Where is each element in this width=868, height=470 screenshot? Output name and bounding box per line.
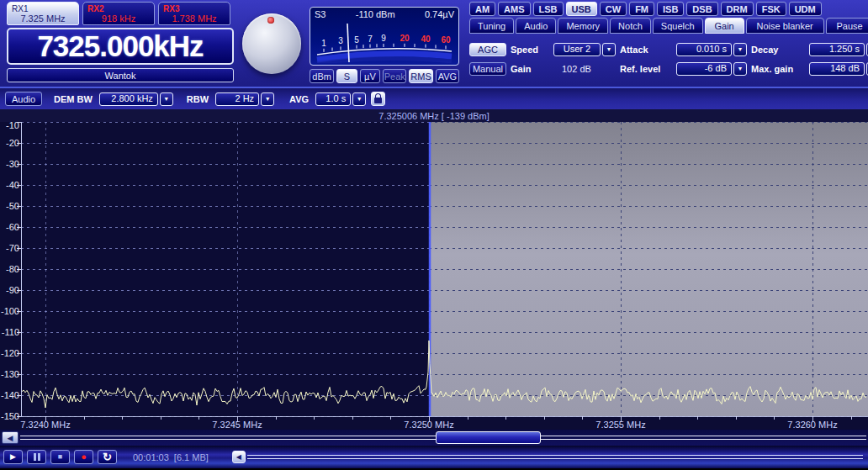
svg-text:9: 9	[381, 34, 386, 43]
rx1-label: RX1	[12, 4, 74, 13]
meter-button-rms[interactable]: RMS	[409, 69, 432, 83]
spectrum-scrollbar-thumb[interactable]	[436, 431, 541, 444]
ref-level-select[interactable]: -6 dB ▼	[676, 62, 747, 76]
rx2-tab[interactable]: RX2 918 kHz	[82, 2, 155, 25]
rbw-label: RBW	[187, 94, 209, 104]
mode-button-usb[interactable]: USB	[566, 2, 597, 16]
tab-memory[interactable]: Memory	[558, 18, 608, 34]
sdr-application-window: RX1 7.325 MHz RX2 918 kHz RX3 1.738 MHz …	[0, 0, 868, 470]
dembw-value[interactable]: 2.800 kHz	[99, 92, 158, 106]
stop-icon: ■	[58, 453, 62, 461]
smeter-s-value: S3	[315, 9, 326, 19]
volume-icon: ◀	[236, 453, 241, 461]
smeter-uv-value: 0.74µV	[425, 9, 454, 19]
tab-audio[interactable]: Audio	[516, 18, 556, 34]
svg-text:20: 20	[400, 34, 410, 43]
mode-button-drm[interactable]: DRM	[721, 2, 754, 16]
spectrum-plot[interactable]: -10-20-30-40-50-60-70-80-90-100-110-120-…	[0, 122, 868, 430]
max-gain-value[interactable]: 148 dB	[809, 62, 865, 76]
mode-button-udm[interactable]: UDM	[789, 2, 822, 16]
record-button[interactable]: ●	[74, 450, 93, 464]
tab-tuning[interactable]: Tuning	[469, 18, 514, 34]
meter-button-peak[interactable]: Peak	[383, 69, 406, 83]
avg-lock-button[interactable]	[371, 92, 385, 106]
tab-squelch[interactable]: Squelch	[653, 18, 703, 34]
speed-label: Speed	[511, 45, 549, 55]
main-frequency-display[interactable]: 7325.000kHz	[7, 28, 234, 65]
max-gain-select[interactable]: 148 dB ▼	[809, 62, 868, 76]
tab-gain[interactable]: Gain	[705, 18, 744, 34]
attack-value[interactable]: 0.010 s	[676, 43, 732, 56]
mode-button-lsb[interactable]: LSB	[533, 2, 564, 16]
y-axis-label: -140	[1, 390, 19, 400]
avg-select[interactable]: 1.0 s ▼	[315, 92, 366, 106]
dembw-select[interactable]: 2.800 kHz ▼	[99, 92, 173, 106]
ref-level-dropdown-arrow-icon[interactable]: ▼	[733, 62, 747, 76]
speed-value[interactable]: User 2	[553, 43, 601, 56]
spectrum-scrollbar[interactable]: ◀	[0, 430, 868, 446]
avg-label: AVG	[289, 94, 309, 104]
loop-icon: ↻	[103, 452, 112, 462]
tab-pause[interactable]: Pause	[826, 18, 868, 34]
mode-button-fm[interactable]: FM	[629, 2, 654, 16]
smeter-scale: 13579204060	[312, 19, 457, 63]
meter-button-s[interactable]: S	[336, 69, 357, 83]
stop-button[interactable]: ■	[50, 450, 70, 464]
attack-label: Attack	[620, 45, 672, 55]
mode-button-isb[interactable]: ISB	[657, 2, 684, 16]
max-gain-label: Max. gain	[751, 64, 805, 74]
lock-icon	[374, 98, 382, 103]
x-axis-label: 7.3245 MHz	[212, 420, 262, 430]
tab-notch[interactable]: Notch	[610, 18, 651, 34]
record-icon: ●	[81, 452, 87, 462]
dsp-toolbar: Audio DEM BW 2.800 kHz ▼ RBW 2 Hz ▼ AVG …	[0, 88, 868, 109]
manual-button[interactable]: Manual	[469, 62, 506, 76]
ref-level-value[interactable]: -6 dB	[676, 62, 732, 76]
meter-button-avg[interactable]: AVG	[436, 69, 459, 83]
mode-button-dsb[interactable]: DSB	[686, 2, 717, 16]
attack-select[interactable]: 0.010 s ▼	[676, 43, 747, 56]
rx1-tab[interactable]: RX1 7.325 MHz	[7, 2, 79, 25]
meter-button-dbm[interactable]: dBm	[310, 69, 334, 83]
volume-slider-thumb[interactable]: ◀	[232, 451, 246, 463]
svg-text:7: 7	[368, 34, 373, 44]
play-button[interactable]: ▶	[3, 450, 23, 464]
volume-slider-track[interactable]	[247, 455, 863, 459]
tuning-knob[interactable]	[242, 13, 301, 74]
scrollbar-left-arrow-icon[interactable]: ◀	[2, 431, 19, 444]
agc-button[interactable]: AGC	[469, 43, 506, 56]
speed-dropdown-arrow-icon[interactable]: ▼	[602, 43, 616, 56]
rx3-tab[interactable]: RX3 1.738 MHz	[158, 2, 230, 25]
mode-button-am[interactable]: AM	[469, 2, 495, 16]
y-axis-label: -90	[6, 285, 19, 295]
audio-button[interactable]: Audio	[5, 92, 42, 106]
rbw-select[interactable]: 2 Hz ▼	[215, 92, 274, 106]
y-axis-label: -10	[6, 122, 19, 130]
mode-button-fsk[interactable]: FSK	[756, 2, 786, 16]
spectrum-cursor-readout: 7.325006 MHz [ -139 dBm]	[378, 111, 489, 121]
gain-value: 102 dB	[553, 64, 616, 74]
mode-button-ams[interactable]: AMS	[498, 2, 530, 16]
attack-dropdown-arrow-icon[interactable]: ▼	[733, 43, 747, 56]
rbw-value[interactable]: 2 Hz	[215, 92, 259, 106]
avg-value[interactable]: 1.0 s	[315, 92, 351, 106]
tab-noise-blanker[interactable]: Noise blanker	[746, 18, 824, 34]
mode-button-cw[interactable]: CW	[600, 2, 627, 16]
dembw-dropdown-arrow-icon[interactable]: ▼	[160, 92, 173, 106]
loop-button[interactable]: ↻	[98, 450, 117, 464]
decay-label: Decay	[751, 45, 805, 55]
rx2-label: RX2	[87, 4, 150, 13]
decay-value[interactable]: 1.250 s	[809, 43, 865, 56]
y-axis-label: -150	[1, 411, 19, 421]
y-axis-label: -70	[6, 243, 19, 253]
avg-dropdown-arrow-icon[interactable]: ▼	[352, 92, 366, 106]
pause-button[interactable]	[27, 450, 46, 464]
rbw-dropdown-arrow-icon[interactable]: ▼	[261, 92, 274, 106]
meter-button--v[interactable]: µV	[360, 69, 380, 83]
speed-select[interactable]: User 2 ▼	[553, 43, 616, 56]
recording-time: 00:01:03	[133, 452, 169, 462]
y-axis-label: -100	[1, 306, 19, 316]
decay-select[interactable]: 1.250 s ▼	[809, 43, 868, 56]
y-axis-label: -130	[1, 369, 19, 379]
play-icon: ▶	[10, 453, 16, 461]
